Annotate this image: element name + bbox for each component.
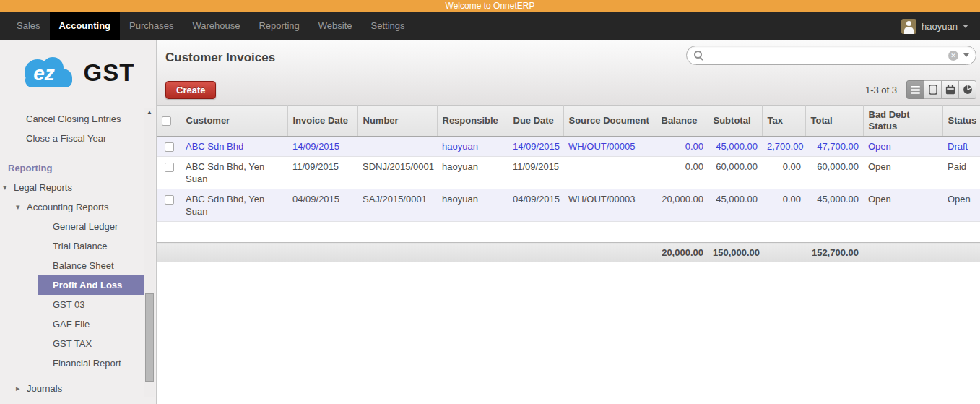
- calendar-view-button[interactable]: [941, 80, 959, 99]
- column-header-number[interactable]: Number: [357, 106, 437, 137]
- column-header-subtotal[interactable]: Subtotal: [708, 106, 762, 137]
- cell-number[interactable]: SAJ/2015/0001: [357, 189, 437, 222]
- sidebar-section-reporting: Reporting: [0, 158, 156, 178]
- cell-customer[interactable]: ABC Sdn Bhd: [181, 137, 287, 157]
- svg-text:ez: ez: [33, 62, 55, 85]
- column-header-status[interactable]: Status: [942, 106, 980, 137]
- nav-item-purchases[interactable]: Purchases: [120, 12, 183, 40]
- cell-source-document[interactable]: WH/OUT/00003: [563, 189, 656, 222]
- sidebar-item-journals[interactable]: ▸Journals: [0, 379, 156, 398]
- cell-source-document[interactable]: WH/OUT/00005: [563, 137, 656, 157]
- nav-item-sales[interactable]: Sales: [7, 12, 50, 40]
- nav-item-accounting[interactable]: Accounting: [50, 12, 121, 40]
- sidebar-item-gst-tax[interactable]: GST TAX: [0, 334, 156, 353]
- cell-subtotal[interactable]: 45,000.00: [708, 137, 762, 157]
- graph-view-button[interactable]: [958, 80, 976, 99]
- sidebar-item-cancel-closing-entries[interactable]: Cancel Closing Entries: [0, 109, 156, 129]
- cell-total[interactable]: 45,000.00: [805, 189, 863, 222]
- sidebar-item-gaf-file[interactable]: GAF File: [0, 314, 156, 334]
- caret-down-icon[interactable]: ▾: [16, 202, 20, 212]
- cell-balance[interactable]: 0.00: [656, 157, 708, 189]
- sidebar-item-financial-report[interactable]: Financial Report: [0, 353, 156, 373]
- search-clear-icon[interactable]: ✕: [948, 51, 958, 61]
- nav-item-warehouse[interactable]: Warehouse: [183, 12, 249, 40]
- cell-due-date[interactable]: 11/09/2015: [508, 157, 563, 189]
- select-all-checkbox[interactable]: [162, 116, 171, 126]
- cell-total[interactable]: 60,000.00: [805, 157, 863, 189]
- column-header-invoice-date[interactable]: Invoice Date: [287, 106, 357, 137]
- sidebar-item-legal-reports[interactable]: ▾Legal Reports: [0, 178, 156, 197]
- column-header-bad-debt-status[interactable]: Bad Debt Status: [863, 106, 942, 137]
- column-header-balance[interactable]: Balance: [656, 106, 708, 137]
- column-header-responsible[interactable]: Responsible: [437, 106, 508, 137]
- main-panel: Customer Invoices ✕ Create 1-3 of 3: [157, 40, 980, 404]
- caret-down-icon[interactable]: ▾: [3, 182, 7, 193]
- cell-subtotal[interactable]: 60,000.00: [708, 157, 762, 189]
- cell-total[interactable]: 47,700.00: [805, 137, 863, 157]
- caret-right-icon[interactable]: ▸: [16, 383, 20, 394]
- list-view-icon: [910, 85, 921, 95]
- cell-status[interactable]: Paid: [942, 157, 980, 189]
- user-menu[interactable]: haoyuan: [901, 12, 980, 40]
- cell-responsible[interactable]: haoyuan: [437, 137, 508, 157]
- sidebar-item-gst-03[interactable]: GST 03: [0, 295, 156, 314]
- column-header-due-date[interactable]: Due Date: [508, 106, 563, 137]
- table-row[interactable]: ABC Sdn Bhd14/09/2015haoyuan14/09/2015WH…: [157, 137, 980, 157]
- cell-customer[interactable]: ABC Sdn Bhd, Yen Suan: [181, 157, 287, 189]
- cell-source-document[interactable]: [563, 157, 656, 189]
- form-view-button[interactable]: [924, 80, 942, 99]
- create-button[interactable]: Create: [165, 81, 216, 99]
- search-dropdown-icon[interactable]: [963, 53, 969, 57]
- cell-responsible[interactable]: haoyuan: [437, 157, 508, 189]
- cell-status[interactable]: Draft: [942, 137, 980, 157]
- cell-invoice-date[interactable]: 11/09/2015: [287, 157, 357, 189]
- row-checkbox[interactable]: [165, 163, 174, 172]
- nav-item-reporting[interactable]: Reporting: [249, 12, 308, 40]
- cell-invoice-date[interactable]: 04/09/2015: [287, 189, 357, 222]
- search-box[interactable]: ✕: [686, 46, 976, 65]
- cell-balance[interactable]: 0.00: [656, 137, 708, 157]
- column-header-customer[interactable]: Customer: [181, 106, 287, 137]
- chevron-down-icon: [963, 25, 968, 28]
- cell-number[interactable]: SDNJ/2015/0001: [357, 157, 437, 189]
- cell-customer[interactable]: ABC Sdn Bhd, Yen Suan: [181, 189, 287, 222]
- nav-item-settings[interactable]: Settings: [362, 12, 415, 40]
- column-header-tax[interactable]: Tax: [762, 106, 805, 137]
- table-row[interactable]: ABC Sdn Bhd, Yen Suan04/09/2015SAJ/2015/…: [157, 189, 980, 222]
- sidebar-item-general-ledger[interactable]: General Ledger: [0, 217, 156, 236]
- sidebar-scrollbar[interactable]: ▲: [144, 108, 155, 397]
- column-header-source-document[interactable]: Source Document: [563, 106, 656, 137]
- scroll-up-icon[interactable]: ▲: [144, 108, 155, 118]
- table-row[interactable]: ABC Sdn Bhd, Yen Suan11/09/2015SDNJ/2015…: [157, 157, 980, 189]
- cell-responsible[interactable]: haoyuan: [437, 189, 508, 222]
- sidebar: ez GST Cancel Closing EntriesClose a Fis…: [0, 40, 157, 404]
- row-checkbox[interactable]: [165, 195, 174, 205]
- row-checkbox[interactable]: [165, 142, 174, 152]
- cell-invoice-date[interactable]: 14/09/2015: [287, 137, 357, 157]
- cell-bad-debt-status[interactable]: Open: [863, 189, 942, 222]
- sidebar-item-profit-and-loss[interactable]: Profit And Loss: [38, 275, 144, 295]
- cell-due-date[interactable]: 14/09/2015: [508, 137, 563, 157]
- sidebar-item-label: General Ledger: [53, 221, 118, 232]
- cell-due-date[interactable]: 04/09/2015: [508, 189, 563, 222]
- nav-item-website[interactable]: Website: [309, 12, 362, 40]
- cell-subtotal[interactable]: 45,000.00: [708, 189, 762, 222]
- cell-tax[interactable]: 2,700.00: [762, 137, 805, 157]
- cell-balance[interactable]: 20,000.00: [656, 189, 708, 222]
- list-view-button[interactable]: [906, 80, 924, 99]
- sidebar-item-accounting-reports[interactable]: ▾Accounting Reports: [0, 197, 156, 217]
- cell-number[interactable]: [357, 137, 437, 157]
- scrollbar-thumb[interactable]: [145, 293, 154, 382]
- sidebar-item-balance-sheet[interactable]: Balance Sheet: [0, 256, 156, 275]
- sidebar-item-trial-balance[interactable]: Trial Balance: [0, 236, 156, 256]
- search-input[interactable]: [708, 50, 948, 61]
- footer-total-tax: [762, 243, 805, 262]
- column-header-total[interactable]: Total: [805, 106, 863, 137]
- view-switcher: [906, 80, 976, 99]
- cell-bad-debt-status[interactable]: Open: [863, 137, 942, 157]
- cell-tax[interactable]: 0.00: [762, 157, 805, 189]
- sidebar-item-close-a-fiscal-year[interactable]: Close a Fiscal Year: [0, 129, 156, 148]
- cell-bad-debt-status[interactable]: Open: [863, 157, 942, 189]
- cell-tax[interactable]: 0.00: [762, 189, 805, 222]
- cell-status[interactable]: Open: [942, 189, 980, 222]
